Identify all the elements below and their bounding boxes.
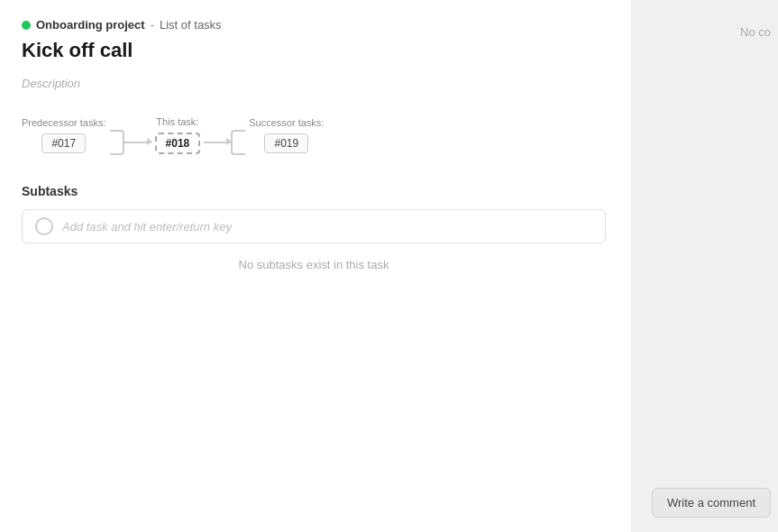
right-panel: No co Write a comment <box>631 0 778 532</box>
connector-right <box>204 130 245 155</box>
write-comment-button[interactable]: Write a comment <box>652 488 771 518</box>
current-label: This task: <box>156 116 198 127</box>
bracket-right <box>231 130 245 155</box>
current-badge: #018 <box>155 133 201 154</box>
subtask-checkbox[interactable] <box>35 217 53 235</box>
predecessor-badge[interactable]: #017 <box>41 133 86 153</box>
arrow-line-right <box>204 142 231 143</box>
description-field[interactable]: Description <box>22 77 609 90</box>
arrow-line <box>124 142 151 143</box>
breadcrumb: Onboarding project - List of tasks <box>22 18 609 32</box>
connector-left <box>110 130 151 155</box>
subtask-input-row[interactable]: Add task and hit enter/return key <box>22 209 606 243</box>
status-dot <box>22 21 31 30</box>
bracket-left <box>110 130 124 155</box>
breadcrumb-separator: - <box>151 18 154 32</box>
subtask-placeholder: Add task and hit enter/return key <box>62 220 232 234</box>
breadcrumb-list[interactable]: List of tasks <box>160 18 222 32</box>
no-subtasks-message: No subtasks exist in this task <box>22 258 606 271</box>
predecessor-label: Predecessor tasks: <box>22 117 106 128</box>
subtasks-heading: Subtasks <box>22 184 609 198</box>
current-task-box: This task: #018 <box>155 116 201 154</box>
project-name[interactable]: Onboarding project <box>36 18 145 32</box>
successor-label: Successor tasks: <box>249 117 324 128</box>
successor-badge[interactable]: #019 <box>264 133 308 153</box>
task-title: Kick off call <box>22 39 609 62</box>
no-comments-text: No co <box>740 25 778 39</box>
successor-box: Successor tasks: #019 <box>249 117 324 153</box>
main-panel: Onboarding project - List of tasks Kick … <box>0 0 631 532</box>
task-flow: Predecessor tasks: #017 This task: #018 … <box>22 115 609 155</box>
predecessor-box: Predecessor tasks: #017 <box>22 117 106 153</box>
